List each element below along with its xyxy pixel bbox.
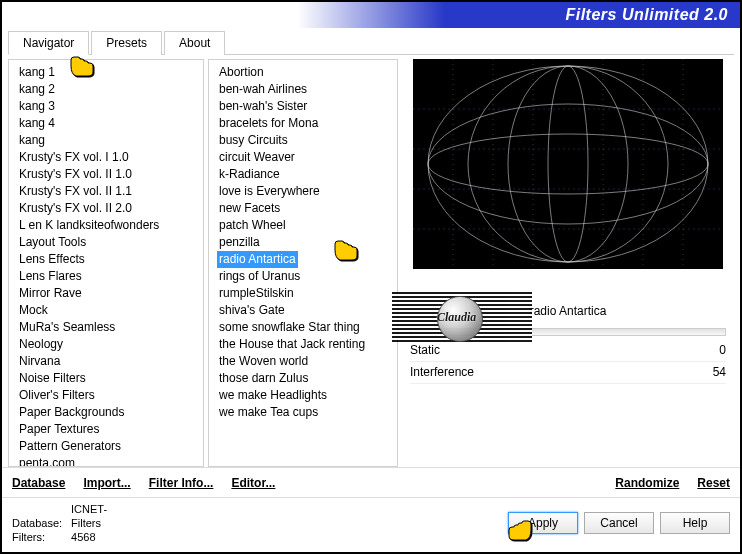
- list-item[interactable]: penzilla: [217, 234, 395, 251]
- list-item[interactable]: ben-wah's Sister: [217, 98, 395, 115]
- preview-image: [413, 59, 723, 269]
- list-item[interactable]: busy Circuits: [217, 132, 395, 149]
- databasebutton[interactable]: Database: [12, 476, 65, 490]
- tab-about[interactable]: About: [164, 31, 225, 55]
- list-item[interactable]: patch Wheel: [217, 217, 395, 234]
- help-button[interactable]: Help: [660, 512, 730, 534]
- list-item[interactable]: new Facets: [217, 200, 395, 217]
- list-item[interactable]: Noise Filters: [17, 370, 201, 387]
- params-table: Static0Interference54: [410, 340, 726, 384]
- cancel-button[interactable]: Cancel: [584, 512, 654, 534]
- import-button[interactable]: Import...: [83, 476, 130, 490]
- randomize-button[interactable]: Randomize: [615, 476, 679, 490]
- svg-rect-0: [413, 59, 723, 269]
- title-bar: Filters Unlimited 2.0: [2, 2, 740, 28]
- list-item[interactable]: Neology: [17, 336, 201, 353]
- reset-button[interactable]: Reset: [697, 476, 730, 490]
- list-item[interactable]: rumpleStilskin: [217, 285, 395, 302]
- list-item[interactable]: bracelets for Mona: [217, 115, 395, 132]
- list-item[interactable]: penta.com: [17, 455, 201, 467]
- list-item[interactable]: shiva's Gate: [217, 302, 395, 319]
- db-value: ICNET-Filters: [71, 502, 127, 530]
- list-item[interactable]: Mock: [17, 302, 201, 319]
- list-item[interactable]: Krusty's FX vol. II 2.0: [17, 200, 201, 217]
- dialog-buttons: ApplyCancelHelp: [502, 512, 730, 534]
- list-item[interactable]: kang 2: [17, 81, 201, 98]
- list-item[interactable]: circuit Weaver: [217, 149, 395, 166]
- list-item[interactable]: Krusty's FX vol. II 1.1: [17, 183, 201, 200]
- list-item[interactable]: Nirvana: [17, 353, 201, 370]
- filters-label: Filters:: [12, 530, 68, 544]
- list-item[interactable]: Mirror Rave: [17, 285, 201, 302]
- list-item[interactable]: love is Everywhere: [217, 183, 395, 200]
- list-item[interactable]: MuRa's Seamless: [17, 319, 201, 336]
- apply-button[interactable]: Apply: [508, 512, 578, 534]
- preview-panel: radio Antartica Static0Interference54: [402, 59, 734, 467]
- list-item[interactable]: kang 1: [17, 64, 201, 81]
- tab-navigator[interactable]: Navigator: [8, 31, 89, 55]
- list-item[interactable]: Abortion: [217, 64, 395, 81]
- list-item[interactable]: kang: [17, 132, 201, 149]
- editor-button[interactable]: Editor...: [231, 476, 275, 490]
- param-name: Interference: [410, 362, 671, 384]
- list-item[interactable]: Oliver's Filters: [17, 387, 201, 404]
- list-item[interactable]: the House that Jack renting: [217, 336, 395, 353]
- db-label: Database:: [12, 516, 68, 530]
- list-item[interactable]: ben-wah Airlines: [217, 81, 395, 98]
- filter-info-button[interactable]: Filter Info...: [149, 476, 214, 490]
- param-row: Interference54: [410, 362, 726, 384]
- list-item[interactable]: Krusty's FX vol. II 1.0: [17, 166, 201, 183]
- list-item[interactable]: Paper Backgrounds: [17, 404, 201, 421]
- tab-strip: NavigatorPresetsAbout: [8, 30, 734, 55]
- list-item[interactable]: some snowflake Star thing: [217, 319, 395, 336]
- list-item[interactable]: Pattern Generators: [17, 438, 201, 455]
- filter-list[interactable]: Abortionben-wah Airlinesben-wah's Sister…: [208, 59, 398, 467]
- list-item[interactable]: Lens Flares: [17, 268, 201, 285]
- param-value: 0: [671, 340, 726, 362]
- toolbar: DatabaseImport...Filter Info...Editor...…: [2, 467, 740, 497]
- category-list[interactable]: kang 1kang 2kang 3kang 4kangKrusty's FX …: [8, 59, 204, 467]
- status-bar: Database: ICNET-Filters Filters: 4568 Ap…: [2, 497, 740, 550]
- watermark: Claudia: [392, 292, 532, 342]
- filters-value: 4568: [71, 530, 127, 544]
- list-item[interactable]: Krusty's FX vol. I 1.0: [17, 149, 201, 166]
- param-value: 54: [671, 362, 726, 384]
- list-item[interactable]: radio Antartica: [217, 251, 298, 268]
- list-item[interactable]: the Woven world: [217, 353, 395, 370]
- list-item[interactable]: we make Headlights: [217, 387, 395, 404]
- list-item[interactable]: those darn Zulus: [217, 370, 395, 387]
- list-item[interactable]: rings of Uranus: [217, 268, 395, 285]
- list-item[interactable]: Paper Textures: [17, 421, 201, 438]
- list-item[interactable]: k-Radiance: [217, 166, 395, 183]
- tab-presets[interactable]: Presets: [91, 31, 162, 55]
- list-item[interactable]: kang 4: [17, 115, 201, 132]
- param-name: Static: [410, 340, 671, 362]
- list-item[interactable]: Lens Effects: [17, 251, 201, 268]
- list-item[interactable]: Layout Tools: [17, 234, 201, 251]
- param-row: Static0: [410, 340, 726, 362]
- list-item[interactable]: L en K landksiteofwonders: [17, 217, 201, 234]
- list-item[interactable]: kang 3: [17, 98, 201, 115]
- list-item[interactable]: we make Tea cups: [217, 404, 395, 421]
- app-title: Filters Unlimited 2.0: [565, 6, 728, 24]
